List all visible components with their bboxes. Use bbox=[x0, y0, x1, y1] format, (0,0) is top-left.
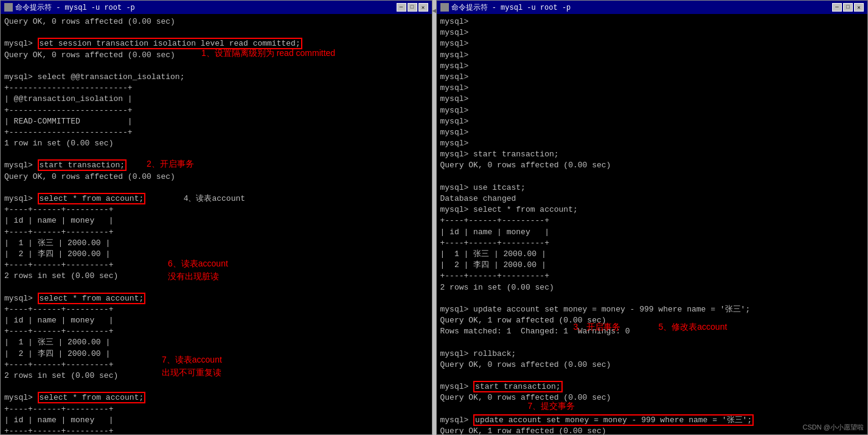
cmd-update-right: update account set money = money - 999 w… bbox=[473, 414, 754, 426]
annotation-2: 2、开启事务 bbox=[147, 158, 194, 170]
line-25 bbox=[4, 282, 428, 293]
r-line-31: mysql> rollback; bbox=[440, 349, 864, 360]
line-17: mysql> select * from account; 4、读表accoun… bbox=[4, 193, 428, 204]
r-line-1: mysql> bbox=[440, 16, 864, 27]
r-line-15 bbox=[440, 172, 864, 183]
r-line-34: mysql> start transaction; bbox=[440, 381, 864, 392]
annotation-7: 7、读表account出现不可重复读 bbox=[162, 353, 222, 379]
right-close-btn[interactable]: ✕ bbox=[854, 3, 864, 12]
cmd-select-4: select * from account; bbox=[38, 193, 146, 204]
line-9: +-------------------------+ bbox=[4, 105, 428, 116]
r-line-13: mysql> start transaction; bbox=[440, 149, 864, 160]
line-20: +----+------+---------+ bbox=[4, 227, 428, 238]
line-27: +----+------+---------+ bbox=[4, 304, 428, 315]
line-26: mysql> select * from account; bbox=[4, 293, 428, 304]
r-line-21: +----+------+---------+ bbox=[440, 238, 864, 249]
cmd-icon-right bbox=[440, 3, 449, 12]
line-16 bbox=[4, 183, 428, 193]
line-1: Query OK, 0 rows affected (0.00 sec) bbox=[4, 16, 428, 27]
r-line-33 bbox=[440, 371, 864, 381]
cmd-select-7: select * from account; bbox=[38, 392, 146, 403]
right-minimize-btn[interactable]: ─ bbox=[832, 3, 842, 12]
maximize-btn[interactable]: □ bbox=[408, 3, 417, 12]
line-36: +----+------+---------+ bbox=[4, 404, 428, 415]
left-window-title: 命令提示符 - mysql -u root -p bbox=[15, 2, 135, 13]
r-line-22: | 1 | 张三 | 2000.00 | bbox=[440, 249, 864, 260]
annotation-6: 6、读表account没有出现脏读 bbox=[168, 257, 228, 283]
r-line-25: 2 rows in set (0.00 sec) bbox=[440, 282, 864, 293]
line-6: mysql> select @@transaction_isolation; bbox=[4, 72, 428, 83]
r-line-17: Database changed bbox=[440, 193, 864, 204]
right-terminal-content: 3、开启事务 5、修改表account 7、提交事务 mysql> mysql>… bbox=[437, 14, 868, 434]
r-line-38: Query OK, 1 row affected (0.00 sec) bbox=[440, 426, 864, 434]
r-line-12: mysql> bbox=[440, 138, 864, 149]
minimize-btn[interactable]: ─ bbox=[397, 3, 406, 12]
r-line-9: mysql> bbox=[440, 105, 864, 116]
line-34 bbox=[4, 381, 428, 392]
r-line-10: mysql> bbox=[440, 116, 864, 127]
r-line-20: | id | name | money | bbox=[440, 227, 864, 238]
line-18: +----+------+---------+ bbox=[4, 204, 428, 215]
r-line-7: mysql> bbox=[440, 83, 864, 94]
line-8: | @@transaction_isolation | bbox=[4, 94, 428, 105]
line-37: | id | name | money | bbox=[4, 415, 428, 426]
cmd-select-6: select * from account; bbox=[38, 293, 146, 304]
r-line-14: Query OK, 0 rows affected (0.00 sec) bbox=[440, 160, 864, 171]
r-line-37: mysql> update account set money = money … bbox=[440, 415, 864, 426]
r-line-27: mysql> update account set money = money … bbox=[440, 304, 864, 315]
cmd-start-tx: start transaction; bbox=[38, 159, 127, 171]
r-line-28: Query OK, 1 row affected (0.00 sec) bbox=[440, 315, 864, 326]
right-annotation-7: 7、提交事务 bbox=[528, 400, 575, 412]
line-5 bbox=[4, 61, 428, 72]
r-line-2: mysql> bbox=[440, 27, 864, 38]
r-line-3: mysql> bbox=[440, 38, 864, 49]
line-15: Query OK, 0 rows affected (0.00 sec) bbox=[4, 172, 428, 183]
cmd-start-tx-right: start transaction; bbox=[473, 381, 562, 392]
watermark: CSDN @小小愿望啦 bbox=[803, 423, 864, 432]
line-11: +-------------------------+ bbox=[4, 127, 428, 138]
line-19: | id | name | money | bbox=[4, 215, 428, 226]
r-line-26 bbox=[440, 293, 864, 304]
line-38: +----+------+---------+ bbox=[4, 426, 428, 434]
line-7: +-------------------------+ bbox=[4, 83, 428, 94]
r-line-8: mysql> bbox=[440, 94, 864, 105]
r-line-32: Query OK, 0 rows affected (0.00 sec) bbox=[440, 360, 864, 371]
annotation-1: 1、设置隔离级别为 read committed bbox=[201, 47, 335, 60]
line-28: | id | name | money | bbox=[4, 315, 428, 326]
line-14: mysql> start transaction; bbox=[4, 160, 428, 171]
left-title-bar: 命令提示符 - mysql -u root -p ─ □ ✕ bbox=[1, 1, 432, 14]
r-line-18: mysql> select * from account; bbox=[440, 204, 864, 215]
line-30: | 1 | 张三 | 2000.00 | bbox=[4, 337, 428, 348]
line-29: +----+------+---------+ bbox=[4, 326, 428, 337]
r-line-36 bbox=[440, 404, 864, 415]
r-line-16: mysql> use itcast; bbox=[440, 183, 864, 193]
close-btn[interactable]: ✕ bbox=[418, 3, 428, 12]
r-line-29: Rows matched: 1 Changed: 1 Warnings: 0 bbox=[440, 326, 864, 337]
r-line-30 bbox=[440, 337, 864, 348]
line-12: 1 row in set (0.00 sec) bbox=[4, 138, 428, 149]
r-line-5: mysql> bbox=[440, 61, 864, 72]
line-10: | READ-COMMITTED | bbox=[4, 116, 428, 127]
left-terminal: 命令提示符 - mysql -u root -p ─ □ ✕ 1、设置隔离级别为… bbox=[0, 0, 432, 435]
right-window-title: 命令提示符 - mysql -u root -p bbox=[451, 2, 571, 13]
right-annotation-5: 5、修改表account bbox=[659, 321, 727, 333]
line-13 bbox=[4, 149, 428, 160]
cmd-icon bbox=[4, 3, 13, 12]
line-2 bbox=[4, 27, 428, 38]
r-line-23: | 2 | 李四 | 2000.00 | bbox=[440, 260, 864, 271]
r-line-19: +----+------+---------+ bbox=[440, 215, 864, 226]
line-21: | 1 | 张三 | 2000.00 | bbox=[4, 238, 428, 249]
right-annotation-3: 3、开启事务 bbox=[574, 321, 621, 333]
right-maximize-btn[interactable]: □ bbox=[843, 3, 853, 12]
r-line-35: Query OK, 0 rows affected (0.00 sec) bbox=[440, 392, 864, 403]
right-terminal: 命令提示符 - mysql -u root -p ─ □ ✕ 3、开启事务 5、… bbox=[436, 0, 869, 435]
r-line-6: mysql> bbox=[440, 72, 864, 83]
r-line-11: mysql> bbox=[440, 127, 864, 138]
left-terminal-content: 1、设置隔离级别为 read committed 2、开启事务 6、读表acco… bbox=[1, 14, 432, 434]
r-line-24: +----+------+---------+ bbox=[440, 271, 864, 282]
right-title-bar: 命令提示符 - mysql -u root -p ─ □ ✕ bbox=[437, 1, 868, 14]
line-35: mysql> select * from account; bbox=[4, 392, 428, 403]
r-line-4: mysql> bbox=[440, 50, 864, 61]
